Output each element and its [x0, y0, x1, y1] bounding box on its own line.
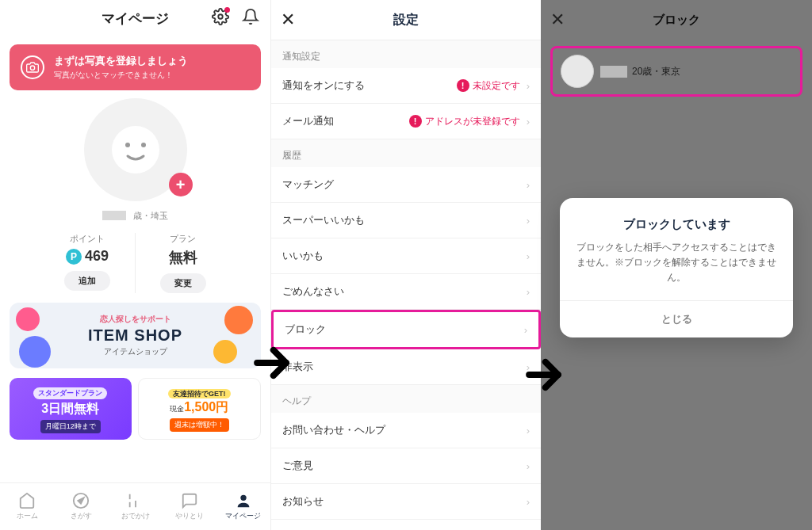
block-header: ✕ ブロック [541, 0, 812, 40]
warning-icon: ! [409, 115, 422, 128]
stat-plan: プラン 無料 変更 [136, 233, 231, 293]
modal-text: ブロックをした相手へアクセスすることはできません。※ブロックを解除することはでき… [574, 240, 779, 286]
modal-close-button[interactable]: とじる [560, 300, 793, 337]
chevron-right-icon: › [527, 80, 530, 92]
item-news[interactable]: お知らせ› [271, 484, 541, 520]
item-label: メール通知 [282, 114, 334, 128]
warning-text: 未設定です [473, 79, 520, 93]
avatar-container: + [0, 98, 270, 201]
section-notify-header: 通知設定 [271, 40, 541, 68]
notification-dot [224, 7, 230, 13]
avatar-placeholder-icon [112, 126, 159, 173]
item-help[interactable]: お問い合わせ・ヘルプ› [271, 413, 541, 448]
profile-age-location: 歳・埼玉 [133, 211, 168, 220]
chevron-right-icon: › [527, 496, 530, 508]
stats-row: ポイント P 469 追加 プラン 無料 変更 [0, 233, 270, 293]
promo-row: スタンダードプラン 3日間無料 月曜日12時まで 友達招待でGET! 現金1,5… [10, 378, 261, 440]
svg-point-0 [218, 14, 223, 19]
profile-meta: 歳・埼玉 [0, 208, 270, 222]
change-plan-button[interactable]: 変更 [160, 273, 206, 293]
close-icon[interactable]: ✕ [281, 10, 295, 30]
item-label: 通知をオンにする [282, 78, 365, 93]
mypage-header: マイページ [0, 0, 270, 36]
item-like[interactable]: いいかも› [271, 238, 541, 274]
tab-mypage[interactable]: マイページ [216, 483, 270, 530]
item-label: ごめんなさい [282, 284, 344, 299]
svg-point-3 [141, 143, 146, 147]
decor-dot [213, 340, 237, 364]
chevron-right-icon: › [527, 215, 530, 227]
item-sorry[interactable]: ごめんなさい› [271, 274, 541, 310]
warning-icon: ! [457, 79, 469, 92]
promo2-pre: 現金 [170, 405, 184, 413]
chevron-right-icon: › [527, 425, 530, 437]
item-label: スーパーいいかも [282, 213, 365, 227]
chevron-right-icon: › [527, 179, 530, 191]
banner-text: まずは写真を登録しましょう 写真がないとマッチできません！ [54, 54, 188, 81]
item-feedback[interactable]: ご意見› [271, 448, 541, 484]
blocked-user-row[interactable]: 20歳・東京 [550, 46, 802, 97]
promo2-title: 1,500円 [184, 400, 228, 414]
decor-dot [19, 336, 51, 368]
item-withdraw[interactable]: 退会› [271, 520, 541, 530]
photo-banner[interactable]: まずは写真を登録しましょう 写真がないとマッチできません！ [10, 44, 261, 90]
svg-marker-5 [79, 498, 84, 503]
decor-dot [16, 307, 40, 331]
add-points-button[interactable]: 追加 [64, 271, 110, 291]
blocked-user-meta: 20歳・東京 [632, 65, 680, 78]
close-icon[interactable]: ✕ [550, 10, 565, 30]
item-hidden[interactable]: 非表示› [271, 349, 541, 385]
bell-icon[interactable] [242, 8, 259, 29]
block-modal: ブロックしています ブロックをした相手へアクセスすることはできません。※ブロック… [560, 198, 793, 337]
chevron-right-icon: › [524, 324, 527, 336]
promo-invite[interactable]: 友達招待でGET! 現金1,500円 週末は増額中！ [138, 378, 262, 440]
blocked-name-redacted [600, 66, 627, 78]
item-label: ご意見 [282, 459, 313, 473]
block-panel: ✕ ブロック 20歳・東京 ブロックしています ブロックをした相手へアクセスする… [541, 0, 812, 530]
promo1-title: 3日間無料 [16, 401, 125, 418]
mypage-panel: マイページ まずは写真を登録しましょう 写真がないとマッチできません！ + 歳・… [0, 0, 270, 530]
points-value: P 469 [40, 248, 135, 265]
flow-arrow-icon [522, 353, 565, 400]
promo2-sub: 週末は増額中！ [170, 418, 229, 432]
item-block[interactable]: ブロック› [271, 310, 541, 349]
item-matching[interactable]: マッチング› [271, 167, 541, 203]
modal-title: ブロックしています [574, 217, 779, 232]
block-title: ブロック [653, 13, 700, 28]
item-notification-on[interactable]: 通知をオンにする ! 未設定です › [271, 68, 541, 104]
stat-points: ポイント P 469 追加 [40, 233, 136, 293]
banner-subtitle: 写真がないとマッチできません！ [54, 70, 188, 81]
promo-standard-plan[interactable]: スタンダードプラン 3日間無料 月曜日12時まで [10, 378, 132, 440]
promo2-badge: 友達招待でGET! [168, 389, 231, 398]
plan-value: 無料 [136, 248, 231, 267]
settings-icon[interactable] [212, 8, 229, 29]
itemshop-title: ITEM SHOP [21, 326, 250, 345]
tab-bar: ホーム さがす おでかけ やりとり マイページ [0, 482, 270, 530]
chevron-right-icon: › [527, 250, 530, 262]
item-mail-notification[interactable]: メール通知 ! アドレスが未登録です › [271, 104, 541, 139]
svg-point-1 [30, 66, 34, 70]
plan-label: プラン [136, 233, 231, 245]
section-help-header: ヘルプ [271, 385, 541, 413]
tab-search[interactable]: さがす [54, 483, 108, 530]
item-label: ブロック [285, 322, 326, 337]
settings-header: ✕ 設定 [271, 0, 541, 40]
section-history-header: 履歴 [271, 139, 541, 167]
add-photo-button[interactable]: + [169, 173, 193, 196]
item-label: お問い合わせ・ヘルプ [282, 423, 385, 437]
modal-body: ブロックしています ブロックをした相手へアクセスすることはできません。※ブロック… [560, 198, 793, 300]
item-super-like[interactable]: スーパーいいかも› [271, 203, 541, 238]
chevron-right-icon: › [527, 116, 530, 128]
itemshop-pretitle: 恋人探しをサポート [21, 314, 250, 325]
points-label: ポイント [40, 233, 135, 245]
tab-home[interactable]: ホーム [0, 483, 54, 530]
tab-outing[interactable]: おでかけ [108, 483, 162, 530]
camera-icon [21, 55, 44, 79]
tab-messages[interactable]: やりとり [163, 483, 216, 530]
warning-text: アドレスが未登録です [425, 115, 520, 128]
svg-point-9 [240, 495, 246, 501]
chevron-right-icon: › [527, 286, 530, 298]
itemshop-card[interactable]: 恋人探しをサポート ITEM SHOP アイテムショップ [10, 303, 261, 368]
banner-title: まずは写真を登録しましょう [54, 54, 188, 68]
chevron-right-icon: › [527, 460, 530, 472]
